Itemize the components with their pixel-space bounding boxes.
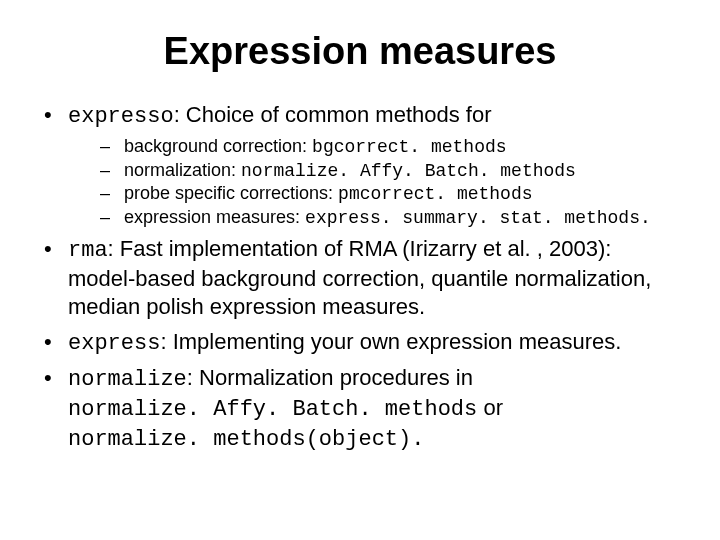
slide-title: Expression measures bbox=[40, 30, 680, 73]
bullet-express: express: Implementing your own expressio… bbox=[40, 328, 680, 358]
sub-text: probe specific corrections: bbox=[124, 183, 338, 203]
text-rma: : Fast implementation of RMA (Irizarry e… bbox=[68, 236, 651, 319]
sub-text: background correction: bbox=[124, 136, 312, 156]
code-rma: rma bbox=[68, 238, 108, 263]
sub-bullet-bgcorrect: background correction: bgcorrect. method… bbox=[98, 135, 680, 159]
text-expresso: : Choice of common methods for bbox=[174, 102, 492, 127]
sub-bullet-list: background correction: bgcorrect. method… bbox=[68, 135, 680, 229]
code-bgcorrect: bgcorrect. methods bbox=[312, 137, 506, 157]
sub-bullet-pmcorrect: probe specific corrections: pmcorrect. m… bbox=[98, 182, 680, 206]
sub-text: normalization: bbox=[124, 160, 241, 180]
text-express: : Implementing your own expression measu… bbox=[160, 329, 621, 354]
code-normalize: normalize bbox=[68, 367, 187, 392]
bullet-rma: rma: Fast implementation of RMA (Irizarr… bbox=[40, 235, 680, 321]
code-express: express bbox=[68, 331, 160, 356]
sub-text: expression measures: bbox=[124, 207, 305, 227]
sub-bullet-normalize: normalization: normalize. Affy. Batch. m… bbox=[98, 159, 680, 183]
text-normalize-a: : Normalization procedures in bbox=[187, 365, 473, 390]
bullet-expresso: expresso: Choice of common methods for b… bbox=[40, 101, 680, 229]
code-pmcorrect: pmcorrect. methods bbox=[338, 184, 532, 204]
code-express-summary: express. summary. stat. methods. bbox=[305, 208, 651, 228]
bullet-list: expresso: Choice of common methods for b… bbox=[40, 101, 680, 454]
text-normalize-b: or bbox=[477, 395, 503, 420]
code-normalize-affy-batch: normalize. Affy. Batch. methods bbox=[68, 397, 477, 422]
code-normalize-affy: normalize. Affy. Batch. methods bbox=[241, 161, 576, 181]
code-expresso: expresso bbox=[68, 104, 174, 129]
bullet-normalize: normalize: Normalization procedures in n… bbox=[40, 364, 680, 454]
slide: Expression measures expresso: Choice of … bbox=[0, 0, 720, 540]
code-normalize-methods-object: normalize. methods(object). bbox=[68, 427, 424, 452]
sub-bullet-express-summary: expression measures: express. summary. s… bbox=[98, 206, 680, 230]
